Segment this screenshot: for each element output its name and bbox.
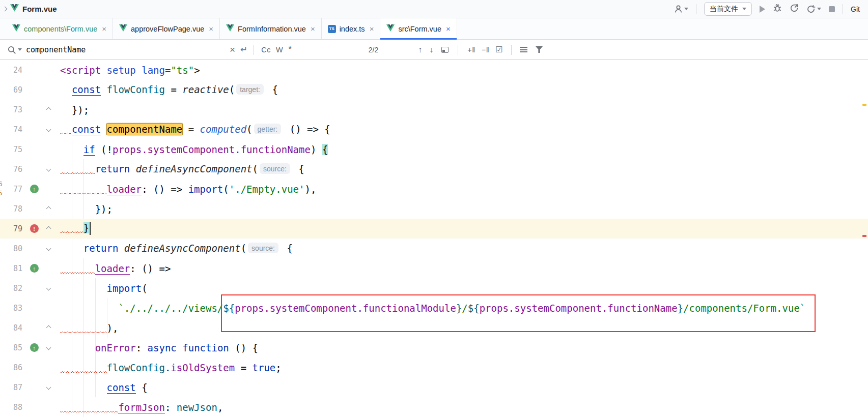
code-text[interactable]: }); <box>54 104 89 115</box>
code-text[interactable]: flowConfig.isOldSystem = true; <box>54 362 282 373</box>
close-tab-icon[interactable]: × <box>102 24 106 33</box>
code-text[interactable]: ), <box>54 322 118 334</box>
error-stripe[interactable] <box>861 60 868 417</box>
fold-up-icon[interactable] <box>46 226 51 231</box>
code-line-76[interactable]: 76 return defineAsyncComponent(source: { <box>0 159 868 179</box>
open-in-find-window-icon[interactable] <box>441 47 449 53</box>
close-tab-icon[interactable]: × <box>209 24 213 33</box>
fold-down-icon[interactable] <box>46 127 51 132</box>
code-line-78[interactable]: 78 }); <box>0 199 868 219</box>
fold-up-icon[interactable] <box>46 107 51 112</box>
code-text[interactable]: const flowConfig = reactive(target: { <box>54 84 278 96</box>
fold-up-icon[interactable] <box>46 206 51 212</box>
stripe-error-mark[interactable] <box>862 235 866 237</box>
code-token: ; <box>275 362 281 373</box>
match-case-toggle[interactable]: Cc <box>261 46 271 54</box>
code-text[interactable]: import( <box>54 283 148 294</box>
code-token: : () => <box>142 184 188 195</box>
tab-components-Form.vue[interactable]: components\Form.vue× <box>6 18 113 39</box>
code-text[interactable]: if (!props.systemComponent.functionName)… <box>54 144 328 155</box>
stop-button[interactable] <box>829 6 835 12</box>
git-menu[interactable]: Git <box>851 5 864 13</box>
code-line-75[interactable]: 75 if (!props.systemComponent.functionNa… <box>0 139 868 159</box>
code-line-69[interactable]: 69 const flowConfig = reactive(target: { <box>0 80 868 100</box>
squiggle-underline <box>60 362 107 373</box>
code-token <box>101 84 106 95</box>
select-all-occurrences-button[interactable]: ☑ <box>495 45 503 54</box>
regex-toggle[interactable]: * <box>288 44 292 55</box>
code-line-87[interactable]: 87 const { <box>0 377 868 397</box>
code-text[interactable]: const { <box>54 382 148 393</box>
code-text[interactable]: const componentName = computed(getter: (… <box>54 124 330 136</box>
run-configuration-selector[interactable]: 当前文件 <box>704 2 752 16</box>
code-token: } <box>678 303 683 314</box>
code-line-79[interactable]: 79! } <box>0 219 868 239</box>
tab-src-Form.vue[interactable]: src\Form.vue× <box>380 18 457 39</box>
close-tab-icon[interactable]: × <box>446 24 451 33</box>
tab-approveFlowPage.vue[interactable]: approveFlowPage.vue× <box>113 18 220 39</box>
add-occurrence-button[interactable]: +ǁ <box>467 46 475 54</box>
tab-FormInformation.vue[interactable]: FormInformation.vue× <box>220 18 322 39</box>
chevron-right-icon[interactable] <box>3 7 8 12</box>
fold-up-icon[interactable] <box>46 325 51 331</box>
insert-newline-icon[interactable]: ↵ <box>240 44 247 55</box>
code-text[interactable]: } <box>54 222 91 235</box>
fold-down-icon[interactable] <box>46 385 51 390</box>
indent <box>60 283 107 294</box>
code-line-80[interactable]: 80 return defineAsyncComponent(source: { <box>0 239 868 258</box>
profiler-icon <box>790 4 799 13</box>
code-line-82[interactable]: 82 import( <box>0 278 868 298</box>
fold-down-icon[interactable] <box>46 167 51 172</box>
close-tab-icon[interactable]: × <box>311 24 315 33</box>
code-text[interactable]: `./../../../views/${props.systemComponen… <box>54 303 805 314</box>
code-line-88[interactable]: 88 formJson: newJson, <box>0 397 868 417</box>
navigate-up-icon[interactable]: ↑ <box>30 343 39 352</box>
code-line-24[interactable]: 24<script setup lang="ts"> <box>0 60 868 80</box>
navigate-up-icon[interactable]: ↑ <box>30 185 39 193</box>
code-text[interactable]: return defineAsyncComponent(source: { <box>54 243 293 255</box>
code-line-85[interactable]: 85↑ onError: async function () { <box>0 338 868 358</box>
remove-occurrence-button[interactable]: −ǁ <box>482 46 489 54</box>
search-mode-button[interactable] <box>7 45 22 54</box>
code-line-83[interactable]: 83 `./../../../views/${props.systemCompo… <box>0 298 868 318</box>
clear-search-icon[interactable]: × <box>230 44 235 55</box>
tab-index.ts[interactable]: TSindex.ts× <box>322 18 381 39</box>
code-line-73[interactable]: 73 }); <box>0 100 868 120</box>
code-text[interactable]: <script setup lang="ts"> <box>54 65 200 76</box>
next-occurrence-button[interactable]: ↓ <box>429 45 433 54</box>
filter-icon[interactable] <box>536 46 543 53</box>
stripe-search-mark[interactable] <box>862 104 866 106</box>
fold-down-icon[interactable] <box>46 246 51 251</box>
code-text[interactable]: return defineAsyncComponent(source: { <box>54 163 304 175</box>
whole-words-toggle[interactable]: W <box>276 46 283 54</box>
run-button[interactable] <box>760 6 765 13</box>
code-text[interactable]: loader: () => import('./Empty.vue'), <box>54 184 316 195</box>
tab-label: src\Form.vue <box>398 25 441 33</box>
debug-button[interactable] <box>773 4 782 15</box>
code-editor[interactable]: 24<script setup lang="ts">69 const flowC… <box>0 60 868 417</box>
navigate-up-icon[interactable]: ↑ <box>30 264 39 273</box>
search-options-icon[interactable] <box>520 47 527 52</box>
profiler-button[interactable] <box>790 4 799 15</box>
chevron-down-icon <box>817 8 821 10</box>
code-text[interactable]: loader: () => <box>54 263 171 274</box>
code-line-74[interactable]: 74 const componentName = computed(getter… <box>0 120 868 139</box>
code-text[interactable]: }); <box>54 203 113 215</box>
fold-down-icon[interactable] <box>46 286 51 291</box>
indent <box>60 84 72 95</box>
rerun-history-button[interactable] <box>806 5 821 14</box>
error-icon[interactable]: ! <box>30 224 39 233</box>
search-input[interactable]: componentName <box>26 45 230 54</box>
code-line-81[interactable]: 81↑ loader: () => <box>0 258 868 278</box>
vue-icon <box>386 24 395 33</box>
code-text[interactable]: formJson: newJson, <box>54 402 223 413</box>
fold-down-icon[interactable] <box>46 345 51 350</box>
user-account-button[interactable] <box>674 5 688 13</box>
code-line-77[interactable]: 77↑ loader: () => import('./Empty.vue'), <box>0 179 868 199</box>
previous-occurrence-button[interactable]: ↑ <box>418 45 422 54</box>
code-text[interactable]: onError: async function () { <box>54 342 258 353</box>
code-line-86[interactable]: 86 flowConfig.isOldSystem = true; <box>0 358 868 377</box>
vue-icon <box>226 24 234 33</box>
close-tab-icon[interactable]: × <box>370 24 374 33</box>
code-line-84[interactable]: 84 ), <box>0 318 868 338</box>
